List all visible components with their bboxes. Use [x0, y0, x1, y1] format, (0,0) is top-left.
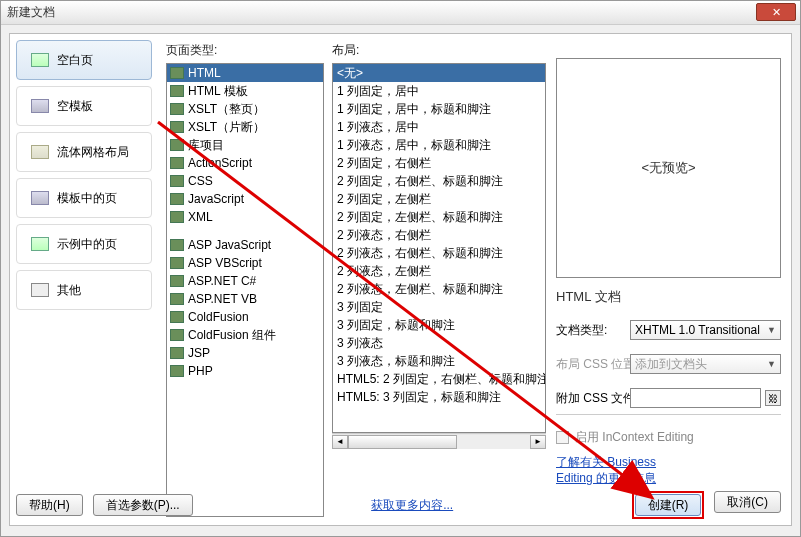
- page-icon: [31, 237, 49, 251]
- page-type-item[interactable]: XSLT（片断）: [167, 118, 323, 136]
- layout-item[interactable]: 1 列液态，居中: [333, 118, 545, 136]
- sidebar-item-blank-page[interactable]: 空白页: [16, 40, 152, 80]
- page-type-label: JavaScript: [188, 192, 244, 206]
- page-type-item[interactable]: ASP.NET C#: [167, 272, 323, 290]
- page-type-label: XSLT（整页）: [188, 101, 265, 118]
- attach-css-icon[interactable]: ⛓: [765, 390, 781, 406]
- file-icon: [170, 211, 184, 223]
- file-icon: [170, 257, 184, 269]
- sidebar-item-label: 流体网格布局: [57, 144, 129, 161]
- incontext-row: 启用 InContext Editing: [556, 429, 781, 446]
- page-type-label: ASP JavaScript: [188, 238, 271, 252]
- divider: [556, 414, 781, 415]
- incontext-checkbox[interactable]: [556, 431, 569, 444]
- sidebar-item-page-from-sample[interactable]: 示例中的页: [16, 224, 152, 264]
- incontext-label: 启用 InContext Editing: [575, 429, 694, 446]
- css-position-row: 布局 CSS 位置: 添加到文档头 ▼: [556, 354, 781, 374]
- file-icon: [170, 103, 184, 115]
- layout-list[interactable]: <无>1 列固定，居中1 列固定，居中，标题和脚注1 列液态，居中1 列液态，居…: [332, 63, 546, 433]
- preview-placeholder: <无预览>: [641, 159, 695, 177]
- layout-item[interactable]: 1 列液态，居中，标题和脚注: [333, 136, 545, 154]
- layout-item[interactable]: 1 列固定，居中: [333, 82, 545, 100]
- titlebar[interactable]: 新建文档 ✕: [1, 1, 800, 25]
- sidebar-item-page-from-template[interactable]: 模板中的页: [16, 178, 152, 218]
- layout-item[interactable]: 2 列液态，左侧栏、标题和脚注: [333, 280, 545, 298]
- help-button[interactable]: 帮助(H): [16, 494, 83, 516]
- doctype-row: 文档类型: XHTML 1.0 Transitional ▼: [556, 320, 781, 340]
- get-more-content-link[interactable]: 获取更多内容...: [371, 498, 453, 512]
- page-type-item[interactable]: HTML: [167, 64, 323, 82]
- page-type-item[interactable]: HTML 模板: [167, 82, 323, 100]
- sidebar-item-label: 其他: [57, 282, 81, 299]
- page-type-label: HTML: [188, 66, 221, 80]
- file-icon: [170, 347, 184, 359]
- layout-item[interactable]: 3 列液态，标题和脚注: [333, 352, 545, 370]
- layout-item[interactable]: 2 列固定，左侧栏: [333, 190, 545, 208]
- layout-item[interactable]: HTML5: 3 列固定，标题和脚注: [333, 388, 545, 406]
- layout-item[interactable]: HTML5: 2 列固定，右侧栏、标题和脚注: [333, 370, 545, 388]
- cancel-button[interactable]: 取消(C): [714, 491, 781, 513]
- sidebar-item-other[interactable]: 其他: [16, 270, 152, 310]
- page-type-column: 页面类型: HTMLHTML 模板XSLT（整页）XSLT（片断）库项目Acti…: [166, 40, 324, 485]
- file-icon: [170, 311, 184, 323]
- attach-css-row: 附加 CSS 文件: ⛓: [556, 388, 781, 408]
- scroll-right-button[interactable]: ►: [530, 435, 546, 449]
- business-editing-link[interactable]: 了解有关 BusinessEditing 的更多信息: [556, 455, 656, 485]
- page-type-item[interactable]: ColdFusion 组件: [167, 326, 323, 344]
- layout-scrollbar-horizontal[interactable]: ◄ ►: [332, 433, 546, 449]
- page-type-label: ColdFusion 组件: [188, 327, 276, 344]
- page-icon: [31, 99, 49, 113]
- create-button[interactable]: 创建(R): [635, 494, 702, 516]
- attach-css-field[interactable]: [630, 388, 761, 408]
- dialog-body: 空白页 空模板 流体网格布局 模板中的页 示例中的页 其他: [9, 33, 792, 526]
- layout-item[interactable]: 2 列液态，右侧栏: [333, 226, 545, 244]
- close-button[interactable]: ✕: [756, 3, 796, 21]
- page-type-item[interactable]: XML: [167, 208, 323, 226]
- sidebar-item-label: 示例中的页: [57, 236, 117, 253]
- page-type-item[interactable]: XSLT（整页）: [167, 100, 323, 118]
- layout-item[interactable]: 2 列固定，左侧栏、标题和脚注: [333, 208, 545, 226]
- doctype-select[interactable]: XHTML 1.0 Transitional ▼: [630, 320, 781, 340]
- page-type-item[interactable]: ActionScript: [167, 154, 323, 172]
- layout-item[interactable]: 2 列液态，左侧栏: [333, 262, 545, 280]
- preferences-button[interactable]: 首选参数(P)...: [93, 494, 193, 516]
- page-type-item[interactable]: 库项目: [167, 136, 323, 154]
- page-type-item[interactable]: ASP JavaScript: [167, 236, 323, 254]
- sidebar-item-fluid-grid[interactable]: 流体网格布局: [16, 132, 152, 172]
- layout-item[interactable]: 3 列液态: [333, 334, 545, 352]
- page-type-list[interactable]: HTMLHTML 模板XSLT（整页）XSLT（片断）库项目ActionScri…: [166, 63, 324, 517]
- scroll-thumb[interactable]: [348, 435, 457, 449]
- new-document-dialog: 新建文档 ✕ 空白页 空模板 流体网格布局 模板中的页 示例: [0, 0, 801, 537]
- more-info-link-block: 了解有关 BusinessEditing 的更多信息: [556, 454, 781, 486]
- right-panel: <无预览> HTML 文档 文档类型: XHTML 1.0 Transition…: [556, 40, 781, 485]
- layout-item[interactable]: <无>: [333, 64, 545, 82]
- create-button-highlight: 创建(R): [632, 491, 705, 519]
- page-type-item[interactable]: ColdFusion: [167, 308, 323, 326]
- file-icon: [170, 329, 184, 341]
- attach-css-label: 附加 CSS 文件:: [556, 390, 626, 407]
- page-type-item[interactable]: ASP VBScript: [167, 254, 323, 272]
- file-icon: [170, 275, 184, 287]
- page-type-item[interactable]: CSS: [167, 172, 323, 190]
- page-type-item[interactable]: JavaScript: [167, 190, 323, 208]
- layout-item[interactable]: 3 列固定: [333, 298, 545, 316]
- layout-item[interactable]: 2 列固定，右侧栏: [333, 154, 545, 172]
- page-type-label: ColdFusion: [188, 310, 249, 324]
- layout-item[interactable]: 1 列固定，居中，标题和脚注: [333, 100, 545, 118]
- layout-header: 布局:: [332, 40, 546, 63]
- layout-item[interactable]: 2 列液态，右侧栏、标题和脚注: [333, 244, 545, 262]
- page-type-item[interactable]: JSP: [167, 344, 323, 362]
- page-type-item[interactable]: ASP.NET VB: [167, 290, 323, 308]
- layout-item[interactable]: 3 列固定，标题和脚注: [333, 316, 545, 334]
- sidebar-item-blank-template[interactable]: 空模板: [16, 86, 152, 126]
- dialog-title: 新建文档: [7, 4, 794, 21]
- scroll-track[interactable]: [348, 435, 530, 449]
- scroll-left-button[interactable]: ◄: [332, 435, 348, 449]
- css-position-label: 布局 CSS 位置:: [556, 356, 626, 373]
- page-type-item[interactable]: PHP: [167, 362, 323, 380]
- page-type-label: 库项目: [188, 137, 224, 154]
- page-type-label: HTML 模板: [188, 83, 248, 100]
- doctype-value: XHTML 1.0 Transitional: [635, 323, 760, 337]
- file-icon: [170, 293, 184, 305]
- layout-item[interactable]: 2 列固定，右侧栏、标题和脚注: [333, 172, 545, 190]
